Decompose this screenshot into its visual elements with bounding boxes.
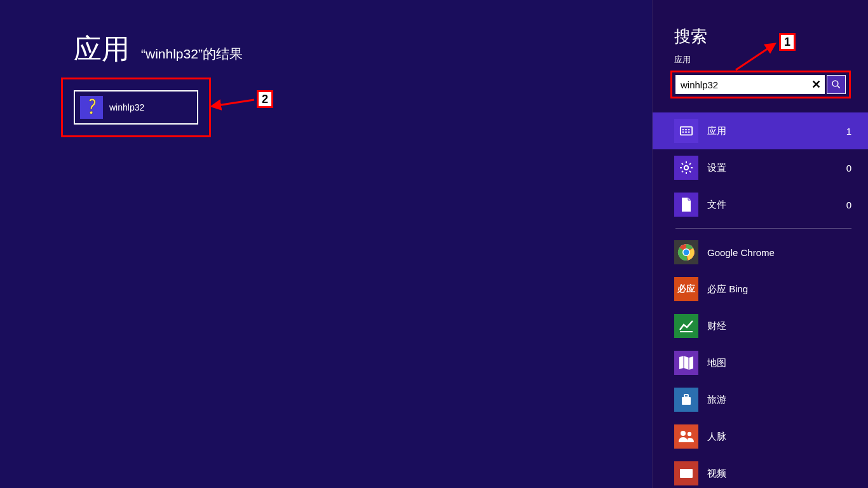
chrome-icon: [674, 240, 698, 264]
bing-icon: 必应: [674, 277, 698, 301]
svg-rect-31: [680, 469, 693, 478]
svg-line-17: [689, 171, 691, 172]
svg-line-18: [682, 171, 683, 172]
provider-label: 旅游: [707, 394, 726, 406]
scope-label: 应用: [707, 125, 837, 137]
svg-line-1: [217, 100, 254, 105]
svg-point-2: [832, 81, 838, 86]
scope-item-settings[interactable]: 设置0: [653, 149, 868, 186]
page-title: 应用: [74, 30, 130, 68]
annotation-arrow-2: [212, 90, 257, 109]
search-provider-list: Google Chrome必应必应 Bing财经地图旅游人脉视频: [653, 234, 868, 488]
provider-label: 视频: [707, 468, 726, 480]
svg-line-16: [682, 163, 683, 165]
scope-count: 0: [846, 200, 851, 210]
provider-label: 财经: [707, 320, 726, 332]
svg-rect-28: [684, 395, 688, 397]
provider-item-maps[interactable]: 地图: [653, 344, 868, 381]
maps-icon: [674, 351, 698, 375]
search-box: ✕: [675, 75, 846, 94]
provider-item-travel[interactable]: 旅游: [653, 381, 868, 418]
svg-line-32: [736, 47, 770, 70]
annotation-arrow-1: [731, 42, 782, 74]
travel-icon: [674, 388, 698, 412]
provider-item-chrome[interactable]: Google Chrome: [653, 234, 868, 271]
svg-rect-7: [688, 129, 690, 130]
provider-label: 人脉: [707, 431, 726, 443]
scope-item-apps[interactable]: 应用1: [653, 112, 868, 149]
scope-label: 设置: [707, 162, 837, 174]
svg-rect-6: [685, 129, 687, 130]
svg-rect-8: [682, 132, 684, 133]
svg-point-29: [681, 431, 686, 436]
provider-label: Google Chrome: [707, 247, 775, 258]
scope-label: 文件: [707, 199, 837, 211]
provider-label: 必应 Bing: [707, 283, 748, 295]
apps-icon: [674, 119, 698, 143]
svg-point-23: [684, 250, 689, 255]
video-icon: [674, 461, 698, 485]
svg-line-3: [837, 86, 840, 88]
provider-item-bing[interactable]: 必应必应 Bing: [653, 271, 868, 308]
settings-icon: [674, 156, 698, 180]
svg-rect-27: [682, 397, 691, 405]
divider: [675, 228, 851, 229]
annotation-box-2: winhlp32: [61, 78, 211, 137]
search-button[interactable]: [827, 75, 846, 94]
svg-rect-4: [681, 127, 692, 135]
finance-icon: [674, 314, 698, 338]
provider-item-people[interactable]: 人脉: [653, 418, 868, 455]
scope-item-file[interactable]: 文件0: [653, 186, 868, 223]
results-pane: 应用 “winhlp32”的结果: [0, 0, 652, 488]
provider-item-finance[interactable]: 财经: [653, 308, 868, 344]
help-file-icon: [80, 96, 103, 119]
annotation-box-1: ✕: [670, 71, 851, 98]
scope-count: 0: [846, 163, 851, 173]
clear-search-button[interactable]: ✕: [807, 75, 825, 94]
search-result-winhlp32[interactable]: winhlp32: [74, 90, 198, 125]
svg-rect-9: [685, 132, 687, 133]
close-icon: ✕: [811, 78, 821, 92]
annotation-number-2: 2: [257, 90, 273, 108]
search-icon: [831, 79, 841, 90]
provider-label: 地图: [707, 357, 726, 369]
svg-rect-10: [688, 132, 690, 133]
results-subtitle: “winhlp32”的结果: [141, 45, 243, 63]
annotation-number-1: 1: [779, 33, 796, 51]
svg-line-19: [689, 163, 691, 165]
file-icon: [674, 193, 698, 217]
people-icon: [674, 424, 698, 449]
svg-rect-5: [682, 129, 684, 130]
search-input[interactable]: [675, 75, 807, 94]
svg-point-11: [684, 166, 688, 170]
svg-rect-24: [680, 331, 693, 332]
provider-item-video[interactable]: 视频: [653, 455, 868, 488]
svg-point-30: [688, 432, 691, 436]
svg-point-0: [90, 111, 93, 114]
scope-count: 1: [846, 126, 851, 137]
result-label: winhlp32: [109, 102, 144, 112]
results-header: 应用 “winhlp32”的结果: [74, 30, 652, 68]
search-scope-list: 应用1设置0文件0: [653, 112, 868, 223]
